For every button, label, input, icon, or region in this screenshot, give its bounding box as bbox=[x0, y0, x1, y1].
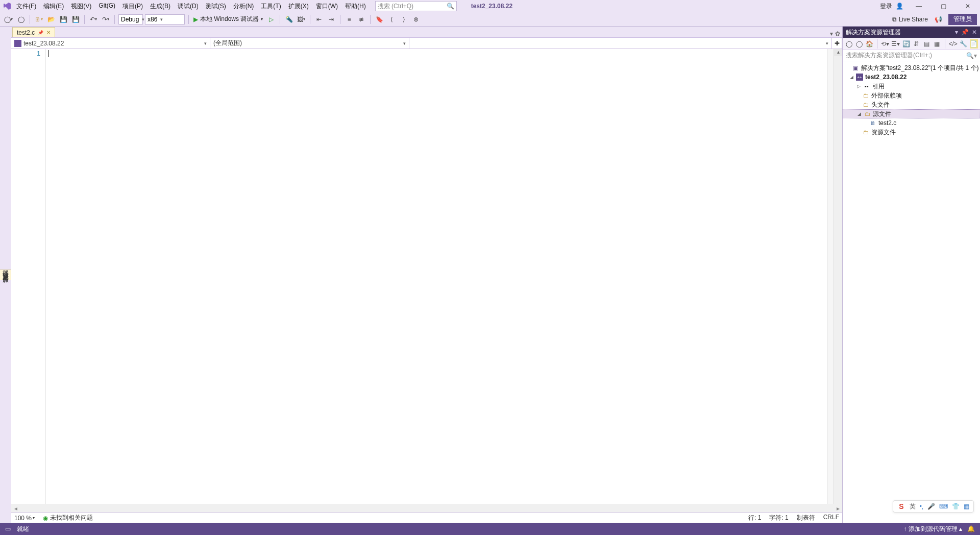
refresh-button[interactable]: 🔄 bbox=[902, 39, 910, 48]
redo-button[interactable]: ↷▾ bbox=[101, 14, 111, 25]
close-button[interactable]: ✕ bbox=[959, 1, 977, 11]
server-explorer-tab[interactable]: 服务器资源管理器 bbox=[0, 270, 11, 280]
ime-toolbar[interactable]: S 英 •ˌ 🎤 ⌨ 👕 ▦ bbox=[893, 500, 974, 513]
separator bbox=[877, 39, 877, 48]
error-status[interactable]: ◉未找到相关问题 bbox=[43, 514, 93, 522]
tab-settings-button[interactable]: ✿ bbox=[835, 30, 840, 37]
tree-source-files-node[interactable]: ◢ 🗀 源文件 bbox=[843, 109, 980, 118]
scope-project-dropdown[interactable]: test2_23.08.22▾ bbox=[11, 38, 210, 48]
ime-toolbox-icon[interactable]: ▦ bbox=[964, 503, 969, 510]
code-editor[interactable]: 1 ▴ bbox=[11, 49, 842, 504]
menu-help[interactable]: 帮助(H) bbox=[342, 1, 369, 12]
tree-resource-files-node[interactable]: 🗀 资源文件 bbox=[843, 128, 980, 137]
comment-button[interactable]: ≡ bbox=[344, 14, 354, 25]
maximize-button[interactable]: ▢ bbox=[934, 1, 952, 11]
menu-test[interactable]: 测试(S) bbox=[203, 1, 229, 12]
ime-skin-icon[interactable]: 👕 bbox=[952, 503, 960, 510]
tree-header-files-node[interactable]: 🗀 头文件 bbox=[843, 100, 980, 109]
menu-file[interactable]: 文件(F) bbox=[13, 1, 39, 12]
clear-bookmarks-button[interactable]: ⊗ bbox=[411, 14, 421, 25]
tree-external-deps-node[interactable]: 🗀 外部依赖项 bbox=[843, 91, 980, 100]
solution-search-input[interactable]: 搜索解决方案资源管理器(Ctrl+;) 🔍▾ bbox=[843, 50, 980, 61]
filter-button[interactable]: ☰▾ bbox=[891, 39, 900, 48]
menu-analyze[interactable]: 分析(N) bbox=[230, 1, 257, 12]
menu-extensions[interactable]: 扩展(X) bbox=[285, 1, 312, 12]
panel-dropdown-icon[interactable]: ▾ bbox=[955, 29, 958, 36]
sign-in-button[interactable]: 登录 👤 bbox=[880, 2, 903, 11]
menu-window[interactable]: 窗口(W) bbox=[313, 1, 341, 12]
solution-config-dropdown[interactable]: Debug▾ bbox=[118, 14, 143, 25]
uncomment-button[interactable]: ≢ bbox=[356, 14, 366, 25]
nav-forward-button[interactable]: ◯ bbox=[16, 14, 26, 25]
scrollbar-minimap[interactable] bbox=[827, 49, 834, 504]
bookmark-button[interactable]: 🔖 bbox=[374, 14, 384, 25]
home-button[interactable]: 🏠 bbox=[865, 39, 873, 48]
back-button[interactable]: ◯ bbox=[845, 39, 853, 48]
menu-tools[interactable]: 工具(T) bbox=[258, 1, 284, 12]
quick-search-input[interactable]: 搜索 (Ctrl+Q) 🔍 bbox=[375, 1, 457, 11]
indent-mode[interactable]: 制表符 bbox=[797, 514, 815, 522]
separator bbox=[30, 15, 30, 24]
start-debugging-button[interactable]: ▶本地 Windows 调试器 ▾ bbox=[192, 14, 264, 25]
file-tab-test2c[interactable]: test2.c 📌 ✕ bbox=[12, 27, 55, 37]
menu-project[interactable]: 项目(P) bbox=[119, 1, 146, 12]
code-text-area[interactable] bbox=[46, 49, 827, 504]
menu-debug[interactable]: 调试(D) bbox=[175, 1, 202, 12]
solution-platform-dropdown[interactable]: x86▾ bbox=[145, 14, 185, 25]
save-button[interactable]: 💾 bbox=[58, 14, 68, 25]
toolbox-button[interactable]: 🖼▾ bbox=[296, 14, 306, 25]
feedback-button[interactable]: 📢 bbox=[933, 14, 943, 25]
close-tab-icon[interactable]: ✕ bbox=[46, 30, 51, 35]
undo-button[interactable]: ↶▾ bbox=[88, 14, 99, 25]
live-share-button[interactable]: ⧉ Live Share bbox=[892, 16, 928, 23]
horizontal-scrollbar[interactable]: ◂▸ bbox=[11, 504, 842, 513]
ime-keyboard-icon[interactable]: ⌨ bbox=[939, 503, 948, 510]
nav-back-button[interactable]: ◯ ▾ bbox=[3, 14, 14, 25]
menu-build[interactable]: 生成(B) bbox=[147, 1, 174, 12]
tree-solution-node[interactable]: ▣ 解决方案"test2_23.08.22"(1 个项目/共 1 个) bbox=[843, 63, 980, 72]
scope-member-dropdown[interactable]: ▾ bbox=[409, 38, 832, 48]
pin-icon[interactable]: 📌 bbox=[38, 30, 43, 35]
expand-icon[interactable]: ▷ bbox=[856, 84, 861, 89]
ime-voice-icon[interactable]: 🎤 bbox=[927, 503, 935, 510]
zoom-dropdown[interactable]: 100 % ▾ bbox=[14, 515, 35, 522]
minimize-button[interactable]: — bbox=[910, 1, 928, 11]
split-editor-button[interactable]: ✚ bbox=[832, 38, 842, 48]
prev-bookmark-button[interactable]: ⟨ bbox=[386, 14, 397, 25]
vertical-scrollbar[interactable]: ▴ bbox=[834, 49, 842, 504]
start-without-debug-button[interactable]: ▷ bbox=[266, 14, 276, 25]
tree-file-test2c[interactable]: 🗎 test2.c bbox=[843, 118, 980, 128]
preview-button[interactable]: 📄 bbox=[970, 39, 978, 48]
collapse-all-button[interactable]: ▤ bbox=[922, 39, 930, 48]
tree-references-node[interactable]: ▷ ▪▪ 引用 bbox=[843, 82, 980, 91]
menu-git[interactable]: Git(G) bbox=[95, 1, 118, 12]
save-all-button[interactable]: 💾 bbox=[70, 14, 81, 25]
tree-project-node[interactable]: ◢ ++ test2_23.08.22 bbox=[843, 72, 980, 82]
add-to-source-control[interactable]: ↑ 添加到源代码管理 ▴ bbox=[903, 525, 962, 533]
menu-edit[interactable]: 编辑(E) bbox=[40, 1, 67, 12]
find-in-files-button[interactable]: 🔦 bbox=[284, 14, 294, 25]
open-file-button[interactable]: 📂 bbox=[46, 14, 56, 25]
menu-view[interactable]: 视图(V) bbox=[68, 1, 94, 12]
code-view-button[interactable]: </> bbox=[948, 39, 957, 48]
ime-punct-icon[interactable]: •ˌ bbox=[920, 503, 923, 510]
new-project-button[interactable]: 🗎▾ bbox=[34, 14, 44, 25]
scope-global-dropdown[interactable]: (全局范围)▾ bbox=[210, 38, 409, 48]
sync-button[interactable]: ⇵ bbox=[912, 39, 920, 48]
forward-button[interactable]: ◯ bbox=[855, 39, 863, 48]
ime-lang-toggle[interactable]: 英 bbox=[910, 502, 916, 511]
tab-overflow-button[interactable]: ▾ bbox=[830, 30, 833, 37]
show-all-files-button[interactable]: ▦ bbox=[933, 39, 941, 48]
switch-view-button[interactable]: ⟲▾ bbox=[881, 39, 889, 48]
panel-close-icon[interactable]: ✕ bbox=[972, 29, 977, 36]
expand-icon[interactable]: ◢ bbox=[856, 111, 862, 116]
properties-button[interactable]: 🔧 bbox=[960, 39, 968, 48]
line-ending[interactable]: CRLF bbox=[823, 514, 839, 522]
indent-right-button[interactable]: ⇥ bbox=[326, 14, 336, 25]
notifications-button[interactable]: 🔔 bbox=[967, 525, 975, 532]
output-window-icon[interactable]: ▭ bbox=[5, 525, 11, 532]
expand-icon[interactable]: ◢ bbox=[849, 75, 854, 80]
indent-left-button[interactable]: ⇤ bbox=[314, 14, 324, 25]
next-bookmark-button[interactable]: ⟩ bbox=[399, 14, 409, 25]
panel-pin-icon[interactable]: 📌 bbox=[961, 29, 969, 36]
